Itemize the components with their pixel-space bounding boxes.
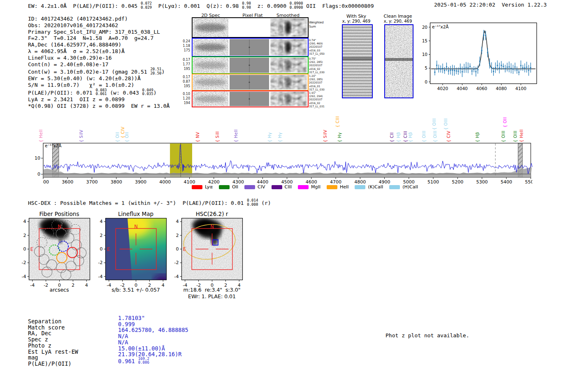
info-line: EWr = 5.30(±0.40) (w: 4.20(±0.28))Å <box>28 75 170 82</box>
info-line: Primary Spec_Slot_IFU_AMP: 317_015_038_L… <box>28 29 170 35</box>
svg-text:4: 4 <box>23 219 26 224</box>
legend-label: CIII <box>285 184 292 190</box>
line-label-Hβ: { Hβ <box>408 132 413 142</box>
legend-item: CIV <box>244 184 265 190</box>
legend-label: (H)CaII <box>402 184 418 190</box>
line-label-HeII: { HeII <box>39 129 43 142</box>
svg-text:3600: 3600 <box>62 179 73 185</box>
line-label-OIII: { OIII <box>513 130 518 142</box>
main-plot-unit-label: e⁻¹⁷x2Å <box>45 143 62 148</box>
line-label-CIV: { CIV <box>446 131 451 142</box>
main-plot-ytickmark <box>41 174 43 174</box>
svg-text:2: 2 <box>176 233 179 238</box>
legend-label: CIV <box>258 184 265 190</box>
spec2d-row-right-labels: WeightedSum <box>309 21 328 29</box>
svg-text:4040: 4040 <box>457 86 468 91</box>
svg-text:-2: -2 <box>98 260 103 265</box>
spec2d-row-left-labels: 0.101.20194 <box>179 92 190 105</box>
spec2d-row-right-labels: 1.20"(292, 285)20220107v016_01317_LL_030 <box>309 74 328 91</box>
svg-text:-2: -2 <box>174 260 179 265</box>
text-segment: (w: 0.043 <box>107 89 142 95</box>
text-segment: ) <box>162 69 165 75</box>
svg-text:4020: 4020 <box>437 86 448 91</box>
stacked-uncertainty: 0.0140.008 <box>247 199 258 206</box>
match-table-label: Spec z <box>28 336 48 343</box>
svg-text:2: 2 <box>23 233 26 238</box>
legend-label: (K)CaII <box>368 184 383 190</box>
text-segment: P(Lyα): 0.001 Q(z): 0.98 <box>152 3 242 9</box>
text-segment: P(LAE)/P(OII): 0.071 <box>28 89 95 95</box>
info-line: LineFlux = 4.30(±0.29)e-16 <box>28 55 170 61</box>
hsc-r-plot: NE-4-4-2-2002244 <box>167 217 257 288</box>
stacked-uncertainty: 169.20.086 <box>138 357 149 365</box>
text-segment: OII Flags:0x00000809 <box>303 3 374 9</box>
legend-swatch <box>244 185 255 189</box>
spec2d-row-left-labels: 0.170.87195 <box>179 75 190 88</box>
line-label-NV: { NV <box>195 132 200 142</box>
line-label-Hγ: { Hγ <box>267 132 272 142</box>
svg-text:-4: -4 <box>30 283 35 288</box>
match-table-label: Match score <box>28 324 65 331</box>
legend-swatch <box>327 185 337 189</box>
line-label-Hβ: { Hβ <box>475 132 480 142</box>
stacked-uncertainty: 0.0830.061 <box>95 88 107 96</box>
spec2d-row <box>192 38 309 57</box>
info-line: S/N = 11.9(±0.7) χ² = 1.0(±0.2) <box>28 82 170 88</box>
text-segment: (r) <box>258 200 271 206</box>
spec2d-row-right-labels: 1.91"(292, 294)20220107v016_02317_LL_031 <box>309 91 328 108</box>
match-table-value: 15.00(±11.00)Å <box>118 345 165 352</box>
lineflux-map-sublabel: s/b: 3.51 +/- 0.057 <box>111 287 160 293</box>
legend-item: MgII <box>298 184 321 190</box>
text-segment: *Q(0.98) OII (3728) z = 0.0899 EW r = 13… <box>28 103 170 109</box>
lineflux-map-title: Lineflux Map <box>118 211 153 217</box>
svg-text:E: E <box>107 246 110 252</box>
text-segment: Obs: 20220107v016_4017243462 <box>28 22 118 28</box>
text-segment: LineFlux = 4.30(±0.29)e-16 <box>28 55 112 61</box>
svg-text:3800: 3800 <box>111 179 122 185</box>
legend-label: Lyα <box>205 184 213 190</box>
elixer-report: EW: 4.2±1.0Å P(LAE)/P(OII): 0.045 0.0720… <box>0 0 576 392</box>
match-table-label: RA, Dec <box>28 330 51 336</box>
line-label-OIII: { OIII <box>433 130 437 142</box>
hsc-r-sublabel1: m:18.6 re:3.4" s:3.0" <box>183 287 241 293</box>
match-table-value: 0.999 <box>118 321 135 327</box>
svg-text:-4: -4 <box>22 274 26 279</box>
legend-swatch <box>272 185 282 189</box>
legend-item: Lyα <box>192 184 213 190</box>
with-sky-image <box>342 24 373 98</box>
info-line: ID: 4017243462 (4017243462.pdf) <box>28 16 170 22</box>
with-sky-xy: x, y: 290, 469 <box>342 19 371 23</box>
line-label-OIII: { OIII <box>501 130 506 142</box>
line-label-HeII: { HeII <box>519 129 524 142</box>
svg-text:2: 2 <box>100 233 103 238</box>
text-segment: Cont(w) = 3.10(±0.02)e-17 (gmag 20.51 <box>28 69 150 75</box>
match-table-value: 0.961 169.20.086 <box>118 357 149 365</box>
match-table-value: N/A <box>118 339 128 346</box>
svg-text:3900: 3900 <box>135 179 146 185</box>
svg-text:5500: 5500 <box>525 179 532 185</box>
with-sky-title: With Sky <box>346 14 366 19</box>
svg-text:4: 4 <box>100 219 103 224</box>
text-segment: HSC-DEX : Possible Matches = 1 (within +… <box>28 200 247 206</box>
match-table-label: Est LyA rest-EW <box>28 348 78 355</box>
spec2d-row-left-labels: 0.241.18175 <box>179 39 190 53</box>
stacked-uncertainty: 0.980.98 <box>242 2 251 9</box>
fiber-positions-title: Fiber Positions <box>39 211 79 217</box>
legend-swatch <box>192 185 202 189</box>
text-segment: RA,Dec (164.625977,46.888409) <box>28 42 121 48</box>
with-sky-noise <box>343 25 372 97</box>
text-segment: ID: 4017243462 (4017243462.pdf) <box>28 16 128 22</box>
line-label-OIII: { OIII <box>432 118 437 130</box>
svg-text:4000: 4000 <box>159 179 171 185</box>
text-segment: Primary Spec_Slot_IFU_AMP: 317_015_038_L… <box>28 29 160 35</box>
main-plot-ytickmark <box>41 158 43 158</box>
spec2d-row <box>192 90 309 107</box>
line-label-OII: { OII <box>115 132 120 142</box>
stacked-uncertainty: 0.09000.0900 <box>290 2 303 9</box>
svg-text:E: E <box>183 246 186 252</box>
match-table-value: 1.78103" <box>118 315 145 321</box>
line-label-OIII: { OIII <box>422 130 426 142</box>
catalog-match-table: Separation1.78103"Match score0.999RA, De… <box>28 315 234 372</box>
photz-note: Phot z plot not available. <box>386 332 469 339</box>
svg-text:E: E <box>30 246 33 252</box>
